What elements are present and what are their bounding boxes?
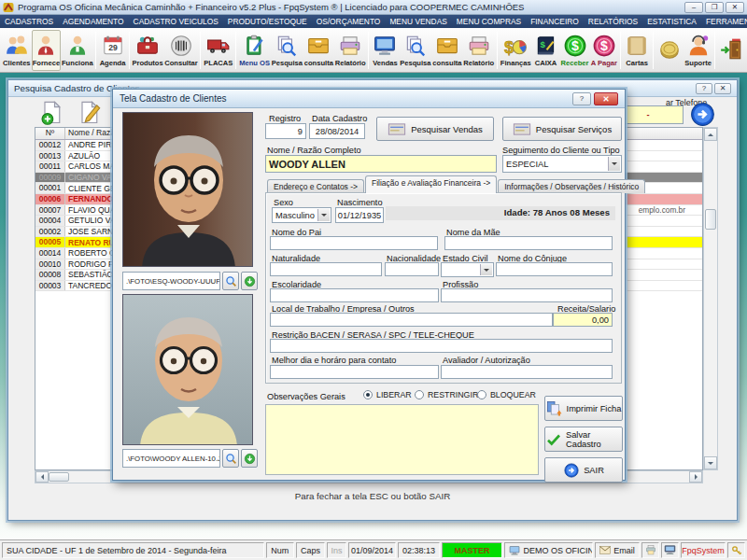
tab-informacoes[interactable]: Informações / Observações / Histórico: [498, 179, 645, 193]
photo-zoom-button[interactable]: [222, 449, 239, 468]
toolbar-button-consulta-os[interactable]: consulta: [303, 30, 334, 71]
status-monitor[interactable]: [661, 542, 679, 558]
menu-relatorios[interactable]: RELATÓRIOS: [584, 15, 642, 28]
nacionalidade-input[interactable]: [385, 262, 439, 276]
status-email[interactable]: Email: [595, 542, 640, 558]
toolbar-button-menu-os[interactable]: Menu OS: [238, 30, 271, 71]
toolbar-button-relatorio-vendas[interactable]: Relatório: [462, 30, 495, 71]
tab-filiacao[interactable]: Filiação e Avaliação Financeira ->: [365, 175, 497, 193]
escolaridade-input[interactable]: [270, 288, 439, 302]
close-button[interactable]: ✕: [726, 2, 744, 13]
photo-load-button[interactable]: [241, 449, 258, 468]
toolbar-button-pesquisa-os[interactable]: Pesquisa: [271, 30, 303, 71]
scroll-right-button[interactable]: [689, 471, 702, 483]
chevron-down-icon[interactable]: [480, 264, 492, 275]
toolbar-button-relatorio-os[interactable]: Relatório: [334, 30, 367, 71]
conjuge-input[interactable]: [496, 262, 613, 276]
menu-ferramentas[interactable]: FERRAMENTAS: [701, 15, 747, 28]
sexo-select[interactable]: Masculino: [272, 207, 331, 223]
toolbar-button-clientes[interactable]: Clientes: [2, 30, 32, 71]
dialog-help-button[interactable]: ?: [572, 92, 591, 105]
toolbar-button-funcionarios[interactable]: Funciona: [61, 30, 93, 71]
radio-restringir[interactable]: RESTRINGIR: [415, 390, 478, 399]
toolbar-button-pesquisa-vendas[interactable]: Pesquisa: [399, 30, 431, 71]
vertical-scrollbar[interactable]: [703, 127, 718, 470]
pai-input[interactable]: [270, 236, 438, 250]
dialog-titlebar[interactable]: Tela Cadastro de Clientes ? ✕: [113, 90, 625, 108]
toolbar-button-agenda[interactable]: 29Agenda: [98, 30, 126, 71]
menu-cadastros[interactable]: CADASTROS: [0, 15, 58, 28]
pesquisar-servicos-button[interactable]: Pesquisar Serviços: [502, 117, 622, 141]
toolbar-button-suporte[interactable]: Suporte: [684, 30, 712, 71]
toolbar-button-produtos[interactable]: Produtos: [132, 30, 164, 71]
menu-agendamento[interactable]: AGENDAMENTO: [58, 15, 128, 28]
chevron-down-icon[interactable]: [317, 209, 330, 221]
menu-produto-estoque[interactable]: PRODUTO/ESTOQUE: [223, 15, 312, 28]
status-printer[interactable]: [641, 542, 659, 558]
tab-endereco[interactable]: Endereço e Contatos ->: [267, 179, 364, 193]
registro-input[interactable]: 9: [265, 123, 306, 139]
toolbar-button-sair-app[interactable]: [717, 30, 745, 71]
nascimento-input[interactable]: 01/12/1935: [335, 207, 384, 223]
toolbar-button-a-pagar[interactable]: $A Pagar: [590, 30, 619, 71]
search-go-button[interactable]: [690, 102, 715, 127]
photo-zoom-button[interactable]: [222, 272, 239, 290]
toolbar-label: Consultar: [164, 59, 197, 67]
dialog-close-button[interactable]: ✕: [594, 92, 618, 105]
toolbar-button-moeda[interactable]: [655, 30, 684, 71]
row-num: 00010: [35, 259, 65, 270]
chevron-down-icon[interactable]: [608, 157, 620, 171]
pesquisar-vendas-button[interactable]: Pesquisar Vendas: [376, 117, 494, 141]
column-header-num[interactable]: Nº: [35, 128, 65, 139]
mae-input[interactable]: [444, 236, 613, 250]
menu-estatistica[interactable]: ESTATISTICA: [642, 15, 701, 28]
toolbar-button-placas[interactable]: PLACAS: [203, 30, 233, 71]
scroll-up-button[interactable]: [704, 128, 717, 141]
toolbar-button-receber[interactable]: $Receber: [560, 30, 590, 71]
maximize-button[interactable]: ❐: [705, 2, 724, 13]
melhor-contato-input[interactable]: [270, 365, 439, 379]
salvar-cadastro-button[interactable]: Salvar Cadastro: [544, 427, 623, 452]
toolbar-button-financas[interactable]: $Finanças: [500, 30, 532, 71]
help-button[interactable]: ?: [696, 83, 712, 94]
naturalidade-input[interactable]: [270, 262, 382, 276]
imprimir-ficha-button[interactable]: Imprimir Ficha: [544, 396, 623, 421]
photo-path-input-top[interactable]: .\FOTO\ESQ-WOODY-UUUF: [122, 272, 220, 290]
profissao-input[interactable]: [441, 288, 613, 302]
close-window-button[interactable]: ✕: [714, 83, 731, 94]
scroll-thumb[interactable]: [49, 472, 69, 482]
toolbar-button-consulta-vendas[interactable]: consulta: [431, 30, 462, 71]
avaliador-input[interactable]: [441, 365, 613, 379]
scroll-thumb[interactable]: [705, 209, 716, 230]
toolbar-button-caixa[interactable]: $CAIXA: [532, 30, 560, 71]
menu-vendas[interactable]: MENU VENDAS: [385, 15, 451, 28]
photo-path-input-bottom[interactable]: .\FOTO\WOODY ALLEN-10.J: [122, 449, 220, 468]
menu-cadastro-veiculos[interactable]: CADASTRO VEICULOS: [129, 15, 223, 28]
toolbar-button-vendas[interactable]: Vendas: [371, 30, 399, 71]
trabalho-input[interactable]: [270, 313, 553, 327]
seguimento-select[interactable]: ESPECIAL: [502, 155, 622, 173]
menu-os-orcamento[interactable]: OS/ORÇAMENTO: [312, 15, 386, 28]
menu-financeiro[interactable]: FINANCEIRO: [526, 15, 584, 28]
toolbar-button-cartas[interactable]: Cartas: [623, 30, 651, 71]
restricao-input[interactable]: [270, 339, 613, 353]
scroll-down-button[interactable]: [704, 456, 717, 469]
add-record-button[interactable]: [38, 100, 64, 126]
sair-button[interactable]: SAIR: [544, 457, 623, 483]
receita-input[interactable]: 0,00: [553, 313, 613, 327]
edit-record-button[interactable]: [76, 100, 102, 126]
photo-load-button[interactable]: [241, 272, 258, 290]
estado-civil-select[interactable]: [441, 262, 494, 277]
toolbar-button-consultar[interactable]: Consultar: [164, 30, 199, 71]
radio-liberar[interactable]: LIBERAR: [363, 390, 412, 399]
menu-compras[interactable]: MENU COMPRAS: [452, 15, 526, 28]
toolbar-button-fornecedores[interactable]: Fornece: [32, 30, 62, 71]
data-cadastro-input[interactable]: 28/08/2014: [309, 123, 365, 139]
scroll-left-button[interactable]: [35, 471, 49, 483]
nome-input[interactable]: WOODY ALLEN: [265, 155, 497, 173]
minimize-button[interactable]: –: [684, 2, 703, 13]
observacoes-label: Observações Gerais: [267, 392, 345, 401]
observacoes-textarea[interactable]: [265, 404, 539, 475]
toolbar-separator: [129, 32, 130, 69]
radio-bloquear[interactable]: BLOQUEAR: [477, 390, 536, 399]
